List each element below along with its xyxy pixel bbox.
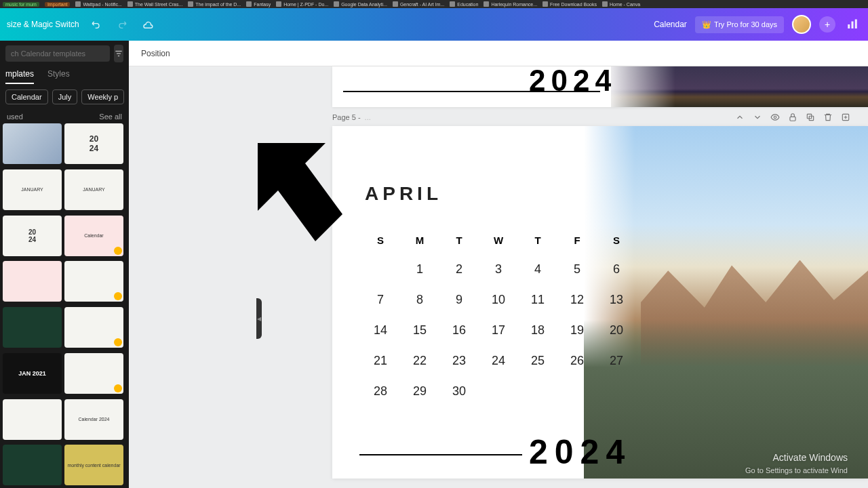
app-bar: size & Magic Switch Calendar 👑 Try Pro f… bbox=[0, 8, 868, 41]
day-cell: 2 bbox=[443, 262, 475, 277]
position-button[interactable]: Position bbox=[141, 49, 170, 58]
day-cell: 1 bbox=[404, 262, 435, 277]
svg-rect-0 bbox=[848, 24, 850, 28]
add-page-icon[interactable] bbox=[840, 111, 852, 123]
bookmark-item[interactable]: Google Data Analyti... bbox=[334, 1, 387, 7]
template-thumb[interactable]: JANUARY bbox=[3, 169, 62, 210]
day-cell: 10 bbox=[483, 293, 514, 307]
bookmark-item[interactable]: The Wall Street Cras... bbox=[127, 1, 183, 7]
template-thumb[interactable]: Calendar 2024 bbox=[64, 399, 123, 440]
share-plus-button[interactable]: + bbox=[819, 16, 835, 33]
crown-icon bbox=[114, 292, 122, 300]
canvas-page-current[interactable]: APRIL S M T W T F S 1 2 3 4 5 6 bbox=[332, 126, 868, 479]
svg-rect-2 bbox=[855, 20, 857, 29]
crown-icon bbox=[114, 338, 122, 346]
bookmark-item[interactable]: Harlequin Romance... bbox=[484, 1, 537, 7]
month-title[interactable]: APRIL bbox=[365, 183, 442, 205]
canvas-area: Position 2024 Page 5 - ... bbox=[129, 41, 868, 488]
day-cell: 17 bbox=[483, 323, 514, 338]
bookmark-item[interactable]: Home - Canva bbox=[602, 1, 640, 7]
template-thumb[interactable] bbox=[3, 261, 62, 302]
day-cell: 23 bbox=[443, 354, 475, 368]
cloud-sync-icon[interactable] bbox=[139, 16, 157, 33]
day-header: T bbox=[443, 235, 475, 246]
filter-icon[interactable] bbox=[114, 45, 123, 62]
divider-line bbox=[359, 454, 522, 455]
day-header: S bbox=[365, 235, 396, 246]
day-cell: 30 bbox=[443, 384, 475, 399]
analytics-icon[interactable] bbox=[844, 16, 861, 33]
day-cell: 6 bbox=[601, 262, 632, 277]
day-cell: 13 bbox=[601, 293, 632, 307]
day-cell: 7 bbox=[365, 293, 396, 307]
template-thumb[interactable]: JAN 2021 bbox=[3, 353, 62, 394]
canvas-page-prev[interactable]: 2024 bbox=[332, 66, 868, 107]
template-thumb[interactable] bbox=[64, 307, 123, 348]
bookmark-item[interactable]: Important bbox=[45, 2, 71, 7]
annotation-arrow-icon bbox=[254, 140, 342, 244]
hide-icon[interactable] bbox=[769, 111, 781, 123]
day-cell: 27 bbox=[601, 354, 632, 368]
day-cell bbox=[601, 384, 632, 399]
page-title-placeholder[interactable]: ... bbox=[365, 113, 371, 121]
try-pro-button[interactable]: 👑 Try Pro for 30 days bbox=[695, 16, 784, 33]
day-cell: 14 bbox=[365, 323, 396, 338]
day-header: T bbox=[522, 235, 553, 246]
move-down-icon[interactable] bbox=[751, 111, 764, 123]
template-thumb[interactable] bbox=[3, 399, 62, 440]
template-thumb[interactable] bbox=[3, 307, 62, 348]
day-cell bbox=[561, 384, 593, 399]
chip-weekly[interactable]: Weekly p bbox=[81, 89, 124, 104]
bookmark-item[interactable]: Education bbox=[450, 1, 478, 7]
template-thumb[interactable]: 2024 bbox=[3, 216, 62, 256]
template-thumb[interactable]: JANUARY bbox=[64, 169, 123, 210]
chip-calendar[interactable]: Calendar bbox=[5, 89, 48, 104]
page-label-row: Page 5 - ... bbox=[129, 107, 868, 126]
bookmark-item[interactable]: The impact of the D... bbox=[188, 1, 241, 7]
template-thumb[interactable] bbox=[3, 445, 62, 485]
context-toolbar: Position bbox=[129, 41, 868, 66]
day-cell: 22 bbox=[404, 354, 435, 368]
template-search-input[interactable] bbox=[5, 45, 110, 62]
day-cell: 4 bbox=[522, 262, 553, 277]
day-cell: 21 bbox=[365, 354, 396, 368]
year-text[interactable]: 2024 bbox=[529, 432, 631, 472]
document-title[interactable]: Calendar bbox=[654, 20, 687, 29]
day-cell: 25 bbox=[522, 354, 553, 368]
template-thumb[interactable] bbox=[3, 123, 62, 164]
user-avatar[interactable] bbox=[792, 15, 811, 34]
tab-styles[interactable]: Styles bbox=[47, 69, 70, 84]
undo-icon[interactable] bbox=[87, 16, 105, 33]
bookmark-item[interactable]: Free Download Books bbox=[542, 1, 597, 7]
svg-point-6 bbox=[774, 116, 776, 119]
crown-icon bbox=[114, 247, 122, 255]
template-thumb[interactable] bbox=[64, 353, 123, 394]
delete-icon[interactable] bbox=[822, 111, 834, 123]
bookmark-item[interactable]: Fantasy bbox=[246, 1, 271, 7]
template-thumb[interactable]: 2024 bbox=[64, 123, 123, 164]
bookmark-item[interactable]: music for mum bbox=[3, 2, 39, 7]
crown-icon: 👑 bbox=[702, 20, 711, 29]
chip-july[interactable]: July bbox=[52, 89, 78, 104]
sidebar-collapse-handle[interactable]: ◀ bbox=[256, 298, 262, 339]
day-header: M bbox=[404, 235, 435, 246]
year-text-prev: 2024 bbox=[529, 64, 617, 98]
day-cell bbox=[365, 262, 396, 277]
bookmark-item[interactable]: Gencraft - AI Art Im... bbox=[393, 1, 444, 7]
template-thumb[interactable]: monthly content calendar bbox=[64, 445, 123, 485]
redo-icon[interactable] bbox=[113, 16, 131, 33]
calendar-grid[interactable]: S M T W T F S 1 2 3 4 5 6 7 bbox=[365, 235, 632, 399]
duplicate-icon[interactable] bbox=[804, 111, 816, 123]
bookmark-item[interactable]: Home | Z-PDF - Do... bbox=[276, 1, 328, 7]
day-cell: 8 bbox=[404, 293, 435, 307]
see-all-link[interactable]: See all bbox=[99, 113, 122, 121]
lock-icon[interactable] bbox=[787, 111, 799, 123]
template-thumb[interactable]: Calendar bbox=[64, 216, 123, 256]
template-thumb[interactable] bbox=[64, 261, 123, 302]
svg-rect-1 bbox=[852, 22, 854, 29]
page-number-label[interactable]: Page 5 - bbox=[332, 113, 361, 121]
move-up-icon[interactable] bbox=[734, 111, 746, 123]
resize-magic-switch-button[interactable]: size & Magic Switch bbox=[7, 20, 79, 29]
tab-templates[interactable]: mplates bbox=[5, 69, 34, 84]
bookmark-item[interactable]: Wattpad - Notific... bbox=[75, 1, 121, 7]
